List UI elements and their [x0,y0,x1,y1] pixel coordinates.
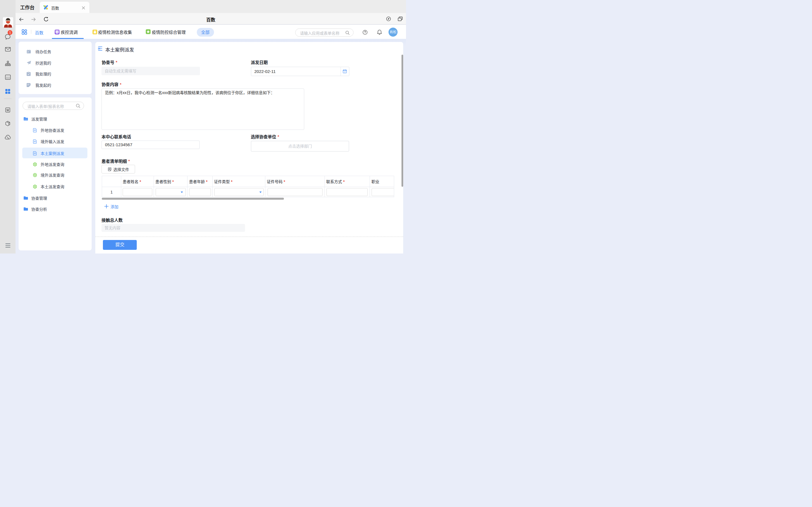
svg-text:7: 7 [344,71,345,73]
